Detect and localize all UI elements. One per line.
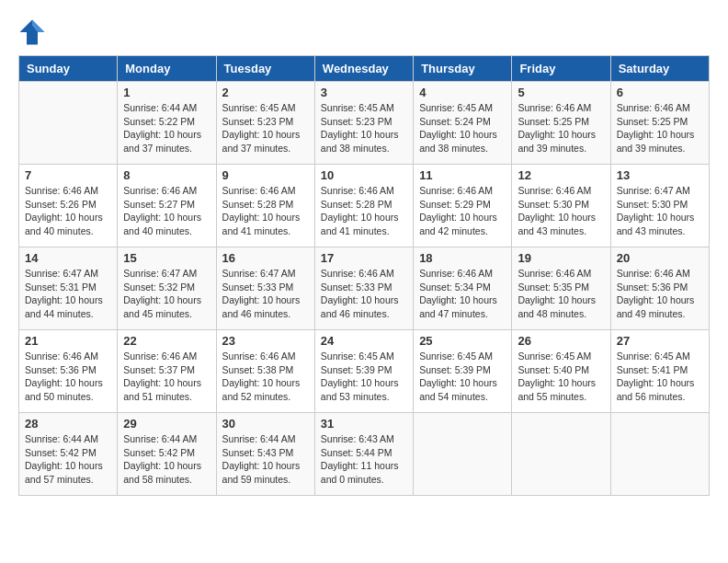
day-cell: 23Sunrise: 6:46 AMSunset: 5:38 PMDayligh… <box>216 330 314 413</box>
day-info: Sunrise: 6:46 AMSunset: 5:36 PMDaylight:… <box>25 350 111 404</box>
day-info: Sunrise: 6:46 AMSunset: 5:35 PMDaylight:… <box>518 267 604 321</box>
day-number: 23 <box>222 334 309 348</box>
week-row-1: 1Sunrise: 6:44 AMSunset: 5:22 PMDaylight… <box>19 82 710 165</box>
logo <box>18 18 48 46</box>
calendar-header: SundayMondayTuesdayWednesdayThursdayFrid… <box>19 56 710 82</box>
day-info: Sunrise: 6:46 AMSunset: 5:30 PMDaylight:… <box>518 184 604 238</box>
day-number: 30 <box>222 417 309 431</box>
day-info: Sunrise: 6:45 AMSunset: 5:24 PMDaylight:… <box>419 101 506 155</box>
header-cell-friday: Friday <box>512 56 610 82</box>
day-number: 27 <box>617 334 703 348</box>
day-info: Sunrise: 6:47 AMSunset: 5:31 PMDaylight:… <box>25 267 111 321</box>
day-cell: 26Sunrise: 6:45 AMSunset: 5:40 PMDayligh… <box>512 330 610 413</box>
day-info: Sunrise: 6:46 AMSunset: 5:27 PMDaylight:… <box>123 184 210 238</box>
day-cell: 7Sunrise: 6:46 AMSunset: 5:26 PMDaylight… <box>19 165 118 247</box>
day-cell: 1Sunrise: 6:44 AMSunset: 5:22 PMDaylight… <box>118 82 216 165</box>
day-number: 3 <box>321 86 407 99</box>
day-cell <box>610 413 709 496</box>
day-number: 8 <box>123 168 210 182</box>
header-cell-monday: Monday <box>118 56 216 82</box>
day-cell <box>414 413 512 496</box>
header-cell-sunday: Sunday <box>19 56 118 82</box>
calendar-table: SundayMondayTuesdayWednesdayThursdayFrid… <box>18 55 710 496</box>
header-row: SundayMondayTuesdayWednesdayThursdayFrid… <box>19 56 710 82</box>
day-cell: 12Sunrise: 6:46 AMSunset: 5:30 PMDayligh… <box>512 165 610 247</box>
day-number: 12 <box>518 168 604 182</box>
day-number: 16 <box>222 251 309 265</box>
day-number: 31 <box>321 417 407 431</box>
day-number: 18 <box>419 251 506 265</box>
day-cell: 30Sunrise: 6:44 AMSunset: 5:43 PMDayligh… <box>216 413 314 496</box>
day-info: Sunrise: 6:47 AMSunset: 5:33 PMDaylight:… <box>222 267 309 321</box>
day-number: 14 <box>25 251 111 265</box>
day-cell: 31Sunrise: 6:43 AMSunset: 5:44 PMDayligh… <box>314 413 413 496</box>
day-info: Sunrise: 6:46 AMSunset: 5:37 PMDaylight:… <box>123 350 210 404</box>
day-info: Sunrise: 6:46 AMSunset: 5:28 PMDaylight:… <box>222 184 309 238</box>
day-cell: 16Sunrise: 6:47 AMSunset: 5:33 PMDayligh… <box>216 247 314 330</box>
day-cell: 10Sunrise: 6:46 AMSunset: 5:28 PMDayligh… <box>314 165 413 247</box>
day-number: 11 <box>419 168 506 182</box>
week-row-4: 21Sunrise: 6:46 AMSunset: 5:36 PMDayligh… <box>19 330 710 413</box>
day-info: Sunrise: 6:46 AMSunset: 5:33 PMDaylight:… <box>321 267 407 321</box>
day-info: Sunrise: 6:46 AMSunset: 5:38 PMDaylight:… <box>222 350 309 404</box>
day-number: 21 <box>25 334 111 348</box>
week-row-2: 7Sunrise: 6:46 AMSunset: 5:26 PMDaylight… <box>19 165 710 247</box>
day-cell <box>512 413 610 496</box>
day-cell: 25Sunrise: 6:45 AMSunset: 5:39 PMDayligh… <box>414 330 512 413</box>
week-row-3: 14Sunrise: 6:47 AMSunset: 5:31 PMDayligh… <box>19 247 710 330</box>
header-cell-thursday: Thursday <box>414 56 512 82</box>
day-number: 9 <box>222 168 309 182</box>
day-info: Sunrise: 6:45 AMSunset: 5:39 PMDaylight:… <box>321 350 407 404</box>
day-info: Sunrise: 6:45 AMSunset: 5:23 PMDaylight:… <box>321 101 407 155</box>
day-cell: 14Sunrise: 6:47 AMSunset: 5:31 PMDayligh… <box>19 247 118 330</box>
header-cell-tuesday: Tuesday <box>216 56 314 82</box>
day-cell: 20Sunrise: 6:46 AMSunset: 5:36 PMDayligh… <box>610 247 709 330</box>
day-info: Sunrise: 6:46 AMSunset: 5:34 PMDaylight:… <box>419 267 506 321</box>
header-cell-saturday: Saturday <box>610 56 709 82</box>
day-info: Sunrise: 6:43 AMSunset: 5:44 PMDaylight:… <box>321 432 407 487</box>
day-info: Sunrise: 6:46 AMSunset: 5:26 PMDaylight:… <box>25 184 111 238</box>
day-cell: 21Sunrise: 6:46 AMSunset: 5:36 PMDayligh… <box>19 330 118 413</box>
day-number: 17 <box>321 251 407 265</box>
day-number: 15 <box>123 251 210 265</box>
day-cell: 27Sunrise: 6:45 AMSunset: 5:41 PMDayligh… <box>610 330 709 413</box>
day-info: Sunrise: 6:46 AMSunset: 5:29 PMDaylight:… <box>419 184 506 238</box>
day-info: Sunrise: 6:44 AMSunset: 5:43 PMDaylight:… <box>222 432 309 487</box>
day-cell: 5Sunrise: 6:46 AMSunset: 5:25 PMDaylight… <box>512 82 610 165</box>
day-cell: 9Sunrise: 6:46 AMSunset: 5:28 PMDaylight… <box>216 165 314 247</box>
header-cell-wednesday: Wednesday <box>314 56 413 82</box>
week-row-5: 28Sunrise: 6:44 AMSunset: 5:42 PMDayligh… <box>19 413 710 496</box>
day-info: Sunrise: 6:44 AMSunset: 5:22 PMDaylight:… <box>123 101 210 155</box>
day-number: 1 <box>123 86 210 99</box>
day-number: 5 <box>518 86 604 99</box>
day-number: 10 <box>321 168 407 182</box>
day-number: 19 <box>518 251 604 265</box>
day-cell: 13Sunrise: 6:47 AMSunset: 5:30 PMDayligh… <box>610 165 709 247</box>
day-info: Sunrise: 6:47 AMSunset: 5:32 PMDaylight:… <box>123 267 210 321</box>
logo-icon <box>18 18 46 46</box>
day-cell: 29Sunrise: 6:44 AMSunset: 5:42 PMDayligh… <box>118 413 216 496</box>
day-info: Sunrise: 6:45 AMSunset: 5:23 PMDaylight:… <box>222 101 309 155</box>
day-number: 29 <box>123 417 210 431</box>
day-number: 7 <box>25 168 111 182</box>
day-number: 20 <box>617 251 703 265</box>
day-cell: 22Sunrise: 6:46 AMSunset: 5:37 PMDayligh… <box>118 330 216 413</box>
day-cell: 19Sunrise: 6:46 AMSunset: 5:35 PMDayligh… <box>512 247 610 330</box>
day-number: 13 <box>617 168 703 182</box>
calendar-body: 1Sunrise: 6:44 AMSunset: 5:22 PMDaylight… <box>19 82 710 496</box>
day-cell: 15Sunrise: 6:47 AMSunset: 5:32 PMDayligh… <box>118 247 216 330</box>
day-info: Sunrise: 6:47 AMSunset: 5:30 PMDaylight:… <box>617 184 703 238</box>
day-cell: 17Sunrise: 6:46 AMSunset: 5:33 PMDayligh… <box>314 247 413 330</box>
day-info: Sunrise: 6:45 AMSunset: 5:41 PMDaylight:… <box>617 350 703 404</box>
day-number: 6 <box>617 86 703 99</box>
day-number: 4 <box>419 86 506 99</box>
day-cell: 24Sunrise: 6:45 AMSunset: 5:39 PMDayligh… <box>314 330 413 413</box>
day-cell: 8Sunrise: 6:46 AMSunset: 5:27 PMDaylight… <box>118 165 216 247</box>
day-info: Sunrise: 6:46 AMSunset: 5:28 PMDaylight:… <box>321 184 407 238</box>
day-info: Sunrise: 6:45 AMSunset: 5:40 PMDaylight:… <box>518 350 604 404</box>
day-info: Sunrise: 6:44 AMSunset: 5:42 PMDaylight:… <box>25 432 111 487</box>
day-cell: 18Sunrise: 6:46 AMSunset: 5:34 PMDayligh… <box>414 247 512 330</box>
day-cell: 4Sunrise: 6:45 AMSunset: 5:24 PMDaylight… <box>414 82 512 165</box>
day-number: 2 <box>222 86 309 99</box>
day-cell <box>19 82 118 165</box>
